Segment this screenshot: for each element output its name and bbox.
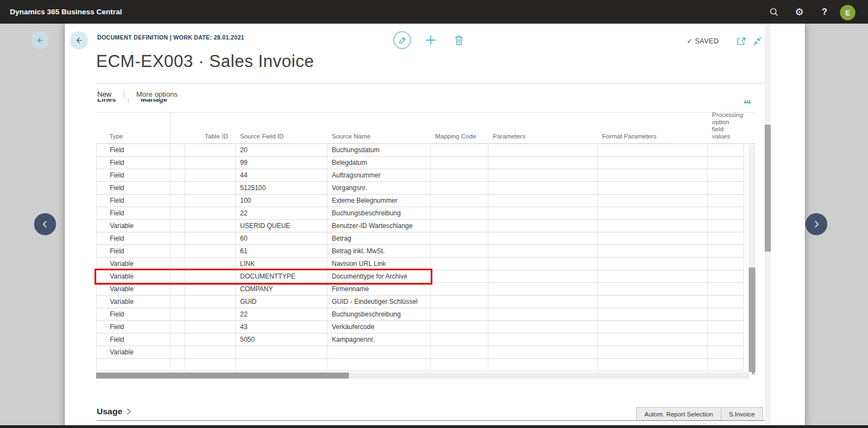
grid-col-header-mapping_code[interactable]: Mapping Code bbox=[431, 133, 488, 143]
grid-cell-format_parameters[interactable] bbox=[598, 308, 708, 321]
grid-cell-type[interactable]: Field bbox=[96, 321, 170, 333]
grid-cell-parameters[interactable] bbox=[488, 283, 598, 296]
grid-cell-table_id[interactable] bbox=[185, 207, 236, 220]
grid-cell-processing_options[interactable] bbox=[708, 346, 744, 359]
grid-cell-source_name[interactable]: Buchungsbeschreibung bbox=[327, 207, 431, 220]
delete-button[interactable] bbox=[452, 33, 466, 47]
grid-cell-source_name[interactable]: Externe Belegnummer bbox=[327, 194, 431, 207]
grid-col-header-processing_options[interactable]: Processing option field values bbox=[708, 112, 744, 143]
app-title[interactable]: Dynamics 365 Business Central bbox=[10, 8, 122, 16]
grid-cell-mapping_code[interactable] bbox=[431, 346, 488, 359]
grid-cell-processing_options[interactable] bbox=[708, 144, 744, 157]
grid-cell-table_id[interactable] bbox=[185, 308, 236, 321]
grid-cell-parameters[interactable] bbox=[488, 333, 598, 346]
grid-cell-type[interactable]: Field bbox=[96, 333, 170, 346]
grid-cell-table_id[interactable] bbox=[185, 283, 236, 296]
grid-cell-selector[interactable] bbox=[170, 182, 185, 194]
grid-cell-source_field_id[interactable] bbox=[236, 346, 327, 359]
grid-cell-mapping_code[interactable] bbox=[431, 359, 488, 371]
grid-cell-selector[interactable] bbox=[170, 207, 185, 220]
grid-cell-source_name[interactable]: Navision URL Link bbox=[327, 258, 431, 270]
grid-cell-selector[interactable] bbox=[170, 169, 185, 182]
grid-cell-source_field_id[interactable]: 22 bbox=[236, 207, 327, 220]
grid-cell-mapping_code[interactable] bbox=[431, 333, 488, 346]
table-row[interactable]: VariableGUIDGUID - Eindeutiger Schlüssel bbox=[96, 296, 755, 308]
grid-col-header-source_field_id[interactable]: Source Field ID bbox=[236, 133, 327, 143]
grid-col-header-selector[interactable] bbox=[170, 140, 185, 143]
grid-cell-mapping_code[interactable] bbox=[431, 258, 488, 270]
grid-cell-parameters[interactable] bbox=[488, 207, 598, 220]
grid-cell-source_field_id[interactable]: 100 bbox=[236, 194, 327, 207]
grid-cell-source_name[interactable]: Buchungsdatum bbox=[327, 144, 431, 157]
backdrop-back-button[interactable] bbox=[31, 31, 49, 49]
table-row[interactable]: Field43Verkäufercode bbox=[96, 321, 755, 333]
grid-cell-selector[interactable] bbox=[170, 283, 185, 296]
table-row[interactable]: Field5050Kampagnennr. bbox=[96, 333, 755, 346]
grid-cell-selector[interactable] bbox=[170, 232, 185, 245]
grid-cell-format_parameters[interactable] bbox=[598, 144, 708, 157]
grid-cell-parameters[interactable] bbox=[488, 346, 598, 359]
grid-cell-table_id[interactable] bbox=[185, 144, 236, 157]
grid-col-header-type[interactable]: Type bbox=[96, 133, 170, 143]
help-icon[interactable]: ? bbox=[819, 6, 831, 18]
grid-cell-format_parameters[interactable] bbox=[598, 296, 708, 308]
grid-cell-mapping_code[interactable] bbox=[431, 207, 488, 220]
grid-cell-processing_options[interactable] bbox=[708, 359, 744, 371]
grid-cell-source_name[interactable]: Verkäufercode bbox=[327, 321, 431, 333]
grid-cell-format_parameters[interactable] bbox=[598, 270, 708, 283]
grid-cell-mapping_code[interactable] bbox=[431, 270, 488, 283]
grid-cell-source_name[interactable]: Benutzer-ID Warteschlange bbox=[327, 220, 431, 232]
grid-horizontal-scrollbar[interactable] bbox=[96, 373, 749, 379]
grid-cell-processing_options[interactable] bbox=[708, 321, 744, 333]
grid-cell-source_field_id[interactable]: 44 bbox=[236, 169, 327, 182]
grid-cell-parameters[interactable] bbox=[488, 157, 598, 169]
grid-cell-mapping_code[interactable] bbox=[431, 296, 488, 308]
grid-cell-mapping_code[interactable] bbox=[431, 157, 488, 169]
table-row[interactable]: Field60Betrag bbox=[96, 232, 755, 245]
table-row[interactable]: VariableUSERID QUEUEBenutzer-ID Wartesch… bbox=[96, 220, 755, 232]
open-in-new-window-icon[interactable] bbox=[737, 37, 747, 46]
grid-cell-mapping_code[interactable] bbox=[431, 283, 488, 296]
grid-col-header-table_id[interactable]: Table ID bbox=[185, 133, 236, 143]
tab-s-invoice[interactable]: S.Invoice bbox=[721, 407, 763, 420]
grid-cell-processing_options[interactable] bbox=[708, 220, 744, 232]
grid-cell-source_field_id[interactable]: 5125100 bbox=[236, 182, 327, 194]
grid-cell-format_parameters[interactable] bbox=[598, 258, 708, 270]
grid-cell-parameters[interactable] bbox=[488, 232, 598, 245]
grid-cell-format_parameters[interactable] bbox=[598, 346, 708, 359]
grid-cell-type[interactable]: Field bbox=[96, 144, 170, 157]
menu-new[interactable]: New bbox=[97, 90, 112, 98]
grid-cell-processing_options[interactable] bbox=[708, 270, 744, 283]
grid-cell-type[interactable]: Variable bbox=[96, 283, 170, 296]
grid-cell-selector[interactable] bbox=[170, 194, 185, 207]
grid-cell-source_field_id[interactable]: DOCUMENTTYPE bbox=[236, 270, 327, 283]
grid-cell-source_name[interactable]: Auftragsnummer bbox=[327, 169, 431, 182]
grid-cell-selector[interactable] bbox=[170, 270, 185, 283]
grid-cell-processing_options[interactable] bbox=[708, 157, 744, 169]
grid-cell-source_field_id[interactable]: 61 bbox=[236, 245, 327, 258]
menu-more-options[interactable]: More options bbox=[136, 90, 177, 98]
grid-cell-source_name[interactable]: Firmenname bbox=[327, 283, 431, 296]
grid-cell-table_id[interactable] bbox=[185, 245, 236, 258]
grid-cell-source_field_id[interactable]: USERID QUEUE bbox=[236, 220, 327, 232]
grid-cell-type[interactable]: Field bbox=[96, 308, 170, 321]
grid-horizontal-scrollbar-thumb[interactable] bbox=[96, 373, 349, 379]
grid-cell-processing_options[interactable] bbox=[708, 296, 744, 308]
grid-cell-type[interactable]: Field bbox=[96, 194, 170, 207]
grid-cell-source_name[interactable]: Documenttype for Archive bbox=[327, 270, 431, 283]
grid-cell-processing_options[interactable] bbox=[708, 232, 744, 245]
grid-cell-type[interactable]: Field bbox=[96, 182, 170, 194]
previous-record-button[interactable] bbox=[34, 213, 56, 235]
back-button[interactable] bbox=[70, 31, 88, 49]
table-row[interactable]: Field20Buchungsdatum bbox=[96, 144, 755, 157]
new-line-button[interactable] bbox=[423, 32, 438, 48]
grid-cell-source_name[interactable]: Betrag inkl. MwSt. bbox=[327, 245, 431, 258]
grid-cell-parameters[interactable] bbox=[488, 270, 598, 283]
grid-cell-table_id[interactable] bbox=[185, 321, 236, 333]
grid-cell-table_id[interactable] bbox=[185, 169, 236, 182]
grid-cell-source_field_id[interactable]: 5050 bbox=[236, 333, 327, 346]
grid-cell-table_id[interactable] bbox=[185, 296, 236, 308]
grid-cell-format_parameters[interactable] bbox=[598, 232, 708, 245]
grid-cell-source_name[interactable] bbox=[327, 359, 431, 371]
grid-cell-selector[interactable] bbox=[170, 346, 185, 359]
